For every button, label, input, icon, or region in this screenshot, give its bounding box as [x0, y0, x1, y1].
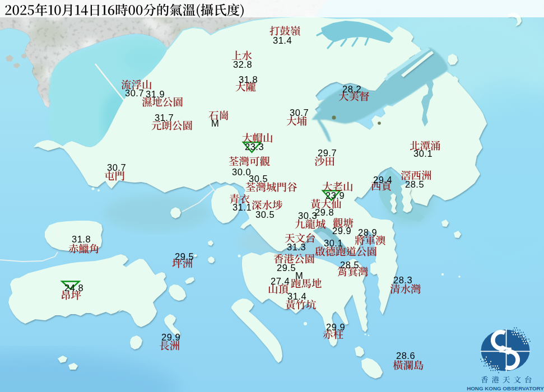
svg-text:29.9: 29.9: [161, 332, 180, 342]
svg-text:31.1: 31.1: [233, 202, 252, 212]
svg-text:24.8: 24.8: [64, 283, 83, 293]
svg-text:28.6: 28.6: [396, 351, 415, 361]
svg-text:30.5: 30.5: [255, 209, 275, 220]
svg-text:30.5: 30.5: [249, 174, 268, 184]
svg-text:32.8: 32.8: [233, 59, 252, 69]
svg-text:23.3: 23.3: [245, 142, 264, 152]
svg-text:31.8: 31.8: [72, 234, 91, 244]
svg-text:28.5: 28.5: [405, 179, 424, 189]
svg-text:M: M: [211, 118, 219, 128]
svg-text:28.2: 28.2: [342, 84, 361, 94]
svg-text:30.1: 30.1: [324, 238, 343, 248]
svg-text:28.5: 28.5: [340, 260, 359, 270]
svg-text:29.8: 29.8: [315, 207, 334, 217]
svg-text:29.9: 29.9: [326, 322, 345, 332]
svg-text:30.3: 30.3: [298, 211, 317, 221]
svg-text:29.5: 29.5: [175, 251, 194, 262]
svg-text:30.7: 30.7: [290, 108, 309, 118]
svg-text:30.7: 30.7: [107, 162, 126, 172]
svg-text:30.0: 30.0: [232, 167, 251, 177]
svg-text:29.9: 29.9: [332, 226, 351, 236]
svg-text:31.4: 31.4: [287, 291, 306, 301]
svg-text:HONG KONG OBSERVATORY: HONG KONG OBSERVATORY: [467, 385, 544, 391]
svg-text:29.5: 29.5: [277, 263, 296, 273]
svg-text:28.3: 28.3: [393, 275, 412, 285]
svg-text:29.7: 29.7: [318, 148, 337, 158]
svg-text:31.8: 31.8: [239, 74, 258, 85]
svg-text:31.9: 31.9: [146, 89, 165, 99]
svg-text:M: M: [295, 270, 303, 281]
svg-text:31.7: 31.7: [155, 113, 174, 123]
svg-text:31.4: 31.4: [273, 35, 292, 45]
svg-text:31.3: 31.3: [287, 242, 306, 252]
svg-text:28.9: 28.9: [358, 227, 377, 237]
svg-text:30.1: 30.1: [413, 148, 433, 158]
svg-text:29.4: 29.4: [373, 175, 392, 185]
svg-text:27.4: 27.4: [271, 276, 290, 286]
svg-text:23.9: 23.9: [326, 190, 345, 200]
svg-text:30.7: 30.7: [125, 88, 144, 98]
